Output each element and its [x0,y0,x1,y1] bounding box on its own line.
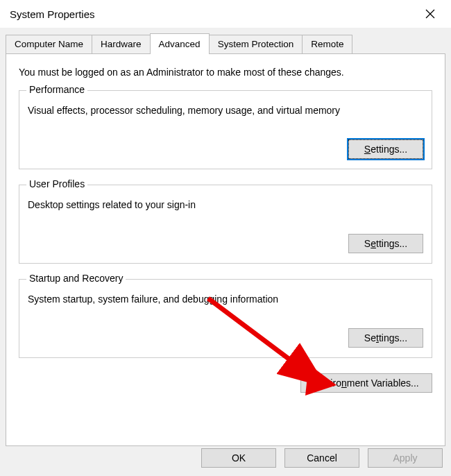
tab-hardware[interactable]: Hardware [92,35,151,53]
user-profiles-fieldset: User Profiles Desktop settings related t… [19,185,432,264]
performance-legend: Performance [26,84,87,95]
apply-button[interactable]: Apply [368,448,443,468]
tab-remote[interactable]: Remote [302,35,352,53]
user-profiles-legend: User Profiles [26,178,87,189]
titlebar: System Properties [0,0,451,28]
startup-recovery-legend: Startup and Recovery [26,273,126,284]
tabstrip: Computer Name Hardware Advanced System P… [0,28,451,53]
startup-recovery-desc: System startup, system failure, and debu… [28,294,423,305]
ok-button[interactable]: OK [201,448,276,468]
startup-recovery-fieldset: Startup and Recovery System startup, sys… [19,279,432,358]
tab-computer-name[interactable]: Computer Name [6,35,92,53]
cancel-button[interactable]: Cancel [284,448,359,468]
advanced-panel: You must be logged on as an Administrato… [6,53,445,446]
close-button[interactable] [414,0,445,28]
tab-advanced[interactable]: Advanced [150,33,210,53]
dialog-button-row: OK Cancel Apply [201,448,443,468]
window-title: System Properties [10,8,414,20]
close-icon [425,9,435,19]
tab-system-protection[interactable]: System Protection [209,35,303,53]
user-profiles-desc: Desktop settings related to your sign-in [28,199,423,210]
system-properties-window: System Properties Computer Name Hardware… [0,0,451,476]
performance-desc: Visual effects, processor scheduling, me… [28,105,423,116]
user-profiles-settings-button[interactable]: Settings... [348,234,423,253]
performance-fieldset: Performance Visual effects, processor sc… [19,90,432,169]
startup-recovery-settings-button[interactable]: Settings... [348,328,423,348]
environment-variables-button[interactable]: Environment Variables... [300,373,432,393]
performance-settings-button[interactable]: Settings... [348,139,423,159]
admin-note: You must be logged on as an Administrato… [19,67,432,78]
